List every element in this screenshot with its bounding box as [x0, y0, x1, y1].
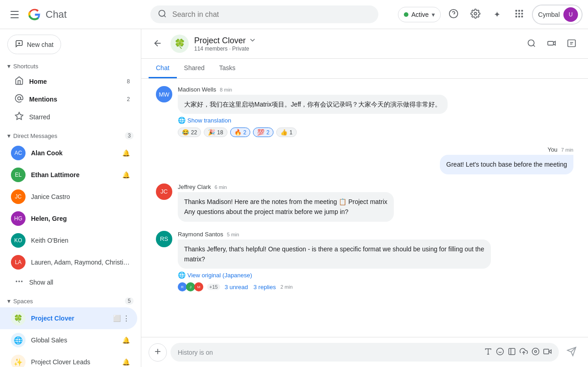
jeffrey-clark-avatar: JC — [156, 184, 172, 200]
svg-rect-24 — [548, 41, 554, 45]
user-profile[interactable]: Cymbal U — [532, 5, 583, 25]
reaction-laugh[interactable]: 😂 22 — [178, 127, 201, 137]
tab-shared[interactable]: Shared — [177, 59, 212, 78]
global-sales-icon: 🌐 — [11, 333, 26, 347]
sidebar-item-lauren-group[interactable]: LA Lauren, Adam, Raymond, Christian — [0, 251, 137, 273]
hamburger-menu[interactable] — [5, 5, 24, 24]
sidebar-item-global-sales[interactable]: 🌐 Global Sales 🔔 — [0, 329, 137, 351]
chat-title-chevron-icon[interactable] — [248, 36, 257, 46]
global-sales-label: Global Sales — [31, 336, 122, 344]
sidebar-item-janice-castro[interactable]: JC Janice Castro — [0, 186, 137, 208]
send-button[interactable] — [562, 343, 581, 362]
chat-header-actions — [522, 35, 581, 53]
reaction-100[interactable]: 💯 2 — [253, 127, 273, 137]
space-avatar: 🍀 — [170, 35, 189, 53]
msg4-translate[interactable]: 🌐 View original (Japanese) — [178, 271, 491, 279]
help-button[interactable] — [444, 5, 463, 24]
search-input[interactable] — [172, 10, 371, 19]
direct-messages-header[interactable]: ▾ Direct Messages 3 — [0, 129, 141, 142]
mentions-badge: 2 — [127, 96, 130, 102]
search-chat-button[interactable] — [522, 35, 541, 53]
reaction-party[interactable]: 🎉 18 — [204, 127, 227, 137]
msg1-time: 8 min — [220, 87, 232, 92]
shortcuts-header[interactable]: ▾ Shortcuts — [0, 60, 141, 72]
translate-icon-2: 🌐 — [178, 271, 186, 279]
message-input-box[interactable]: History is on — [170, 343, 559, 362]
msg4-sender: Raymond Santos — [178, 231, 223, 238]
replies-count[interactable]: 3 replies — [253, 284, 276, 291]
search-bar[interactable] — [150, 5, 378, 23]
back-button[interactable] — [149, 35, 167, 53]
chat-header: 🍀 Project Clover 114 members · Private — [141, 29, 588, 59]
settings-button[interactable] — [466, 5, 485, 24]
star-icon — [15, 112, 24, 122]
tasks-button[interactable] — [562, 35, 581, 53]
reaction-thumbsup[interactable]: 👍 1 — [276, 127, 297, 137]
message-content-4: Raymond Santos 5 min Thanks Jeffery, tha… — [178, 231, 491, 292]
home-icon — [15, 76, 24, 87]
input-placeholder: History is on — [178, 349, 213, 356]
upload-icon[interactable] — [520, 347, 528, 357]
sidebar-item-ethan-lattimore[interactable]: EL Ethan Lattimore 🔔 — [0, 164, 137, 186]
status-button[interactable]: Active ▾ — [398, 7, 440, 22]
main-content: 🍀 Project Clover 114 members · Private — [141, 0, 588, 367]
record-video-icon[interactable] — [531, 347, 540, 357]
message-input-area: History is on — [141, 337, 588, 367]
tab-tasks[interactable]: Tasks — [212, 59, 243, 78]
sidebar-item-project-clover[interactable]: 🍀 Project Clover ⬜ ⋮ — [0, 307, 137, 329]
translate-icon: 🌐 — [178, 117, 186, 124]
mentions-label: Mentions — [29, 96, 127, 103]
sidebar-item-home[interactable]: Home 8 — [0, 72, 137, 90]
project-clover-video-icon[interactable]: ⬜ — [113, 315, 121, 322]
sidebar-item-helen-greg[interactable]: HG Helen, Greg — [0, 208, 137, 229]
reaction-fire[interactable]: 🔥 2 — [230, 127, 251, 137]
hamburger-icon — [10, 11, 19, 18]
spaces-header[interactable]: ▾ Spaces 5 — [0, 295, 141, 307]
status-label: Active — [411, 11, 428, 18]
message-content-2: You 7 min Great! Let's touch base before… — [440, 146, 573, 174]
lauren-group-avatar: LA — [11, 255, 26, 270]
sidebar-item-keith-obrien[interactable]: KO Keith O'Brien — [0, 229, 137, 251]
sidebar-item-alan-cook[interactable]: AC Alan Cook 🔔 — [0, 142, 137, 164]
app-title: Chat — [46, 9, 67, 20]
apps-button[interactable] — [510, 5, 528, 24]
apps-grid-icon — [514, 9, 524, 20]
video-call-icon[interactable] — [543, 347, 552, 357]
reply-avatar-3: M — [194, 282, 203, 291]
svg-point-18 — [19, 281, 20, 282]
google-logo — [27, 7, 42, 22]
gemini-button[interactable]: ✦ — [488, 5, 506, 24]
sidebar-item-mentions[interactable]: Mentions 2 — [0, 90, 137, 108]
emoji-icon[interactable] — [496, 347, 504, 357]
svg-rect-13 — [521, 16, 523, 18]
tabs: Chat Shared Tasks — [141, 59, 588, 79]
shortcuts-collapse-icon: ▾ — [7, 62, 10, 70]
sidebar-item-project-clover-leads[interactable]: ✨ Project Clover Leads 🔔 — [0, 351, 137, 367]
text-format-icon[interactable] — [484, 347, 492, 357]
reply-count[interactable]: 3 unread — [225, 284, 248, 291]
reply-avatar-2: J — [186, 282, 195, 291]
spaces-label: Spaces — [13, 298, 33, 305]
project-clover-leads-badge: 🔔 — [122, 358, 130, 366]
messages-list: MW Madison Wells 8 min 大家好，我们在这里启动Matrix… — [141, 79, 588, 337]
show-all-dm[interactable]: Show all — [0, 273, 141, 291]
svg-rect-33 — [509, 348, 515, 355]
project-clover-more-icon[interactable]: ⋮ — [123, 314, 130, 323]
msg1-translate[interactable]: 🌐 Show translation — [178, 117, 448, 124]
msg1-reactions: 😂 22 🎉 18 🔥 2 💯 2 — [178, 127, 448, 137]
project-clover-leads-label: Project Clover Leads — [31, 358, 122, 366]
tab-chat[interactable]: Chat — [149, 59, 177, 78]
video-button[interactable] — [542, 35, 561, 53]
new-chat-button[interactable]: New chat — [7, 35, 61, 54]
lauren-group-label: Lauren, Adam, Raymond, Christian — [31, 259, 130, 266]
drive-attach-icon[interactable] — [508, 347, 516, 357]
add-attachment-button[interactable] — [149, 343, 167, 362]
sidebar-item-starred[interactable]: Starred — [0, 108, 137, 126]
svg-line-23 — [533, 45, 535, 46]
message-row-1: MW Madison Wells 8 min 大家好，我们在这里启动Matrix… — [156, 86, 573, 137]
janice-castro-label: Janice Castro — [31, 193, 130, 200]
svg-rect-11 — [515, 16, 517, 18]
global-sales-badge: 🔔 — [122, 336, 130, 344]
svg-line-1 — [164, 15, 166, 17]
alan-cook-badge: 🔔 — [122, 149, 130, 157]
